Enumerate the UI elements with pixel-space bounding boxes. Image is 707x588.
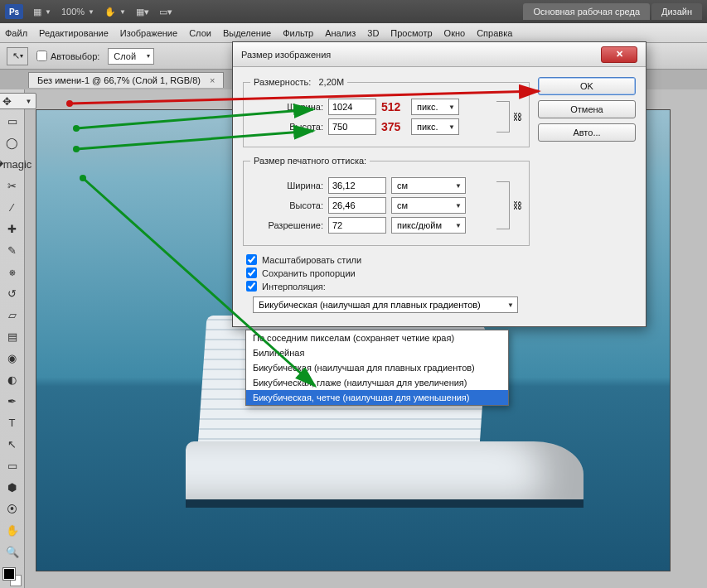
tool-zoom[interactable]: 🔍	[2, 542, 22, 561]
chain-icon: ⛓	[513, 112, 522, 122]
pixel-width-annotation: 512	[381, 100, 406, 113]
interp-option-bicubic[interactable]: Бикубическая (наилучшая для плавных град…	[246, 360, 508, 375]
foreground-color-swatch[interactable]	[3, 568, 15, 580]
auto-select-target-value: Слой	[114, 51, 136, 61]
zoom-value: 100%	[61, 7, 85, 17]
tool-history-brush[interactable]: ↺	[2, 283, 22, 303]
top-app-bar: Ps ▦ ▼ 100% ▼ ✋ ▼ ▦▾ ▭▾ Основная рабочая…	[0, 0, 707, 23]
pixel-width-label: Ширина:	[250, 102, 323, 112]
menu-view[interactable]: Просмотр	[390, 28, 432, 38]
color-swatches[interactable]	[3, 568, 22, 586]
pixel-width-unit: пикс.	[417, 102, 438, 112]
tool-path-select[interactable]: ↖	[2, 434, 22, 454]
pixel-width-unit-select[interactable]: пикс.	[411, 99, 459, 115]
constrain-cb[interactable]	[246, 267, 257, 278]
pixel-height-input[interactable]	[328, 118, 376, 135]
tool-healing[interactable]: ✚	[2, 219, 22, 239]
toolbox: ✥ ▭ ◯ �magic ✂ ⁄ ✚ ✎ ⎈ ↺ ▱ ▤ ◉ ◐ ✒ T ↖ ▭…	[0, 89, 25, 588]
tool-blur[interactable]: ◉	[2, 348, 22, 368]
menu-help[interactable]: Справка	[477, 28, 512, 38]
close-document-icon[interactable]: ×	[210, 75, 215, 85]
tool-dodge[interactable]: ◐	[2, 369, 22, 389]
auto-select-checkbox[interactable]: Автовыбор:	[36, 51, 99, 61]
auto-select-label: Автовыбор:	[51, 51, 99, 61]
menu-bar: Файл Редактирование Изображение Слои Выд…	[0, 23, 707, 43]
tool-3d-camera[interactable]: ⦿	[2, 499, 22, 518]
zoom-display[interactable]: 100% ▼	[61, 7, 94, 17]
print-width-input[interactable]	[328, 177, 386, 194]
interp-option-bicubic-sharper[interactable]: Бикубическая, четче (наилучшая для умень…	[246, 390, 508, 405]
menu-window[interactable]: Окно	[444, 28, 466, 38]
current-tool-icon[interactable]: ↖▾	[7, 47, 28, 65]
scale-styles-checkbox[interactable]: Масштабировать стили	[246, 254, 530, 265]
tool-rectangle[interactable]: ▭	[2, 455, 22, 475]
auto-select-cb-input[interactable]	[36, 51, 47, 61]
constrain-label: Сохранить пропорции	[262, 268, 356, 278]
tool-quick-select[interactable]: �magic	[2, 154, 22, 174]
tool-brush[interactable]: ✎	[2, 240, 22, 260]
resolution-label: Разрешение:	[250, 220, 323, 230]
print-width-unit: см	[397, 181, 408, 190]
tool-lasso[interactable]: ◯	[2, 133, 22, 152]
tool-crop[interactable]: ✂	[2, 176, 22, 195]
pixel-width-input[interactable]	[328, 99, 376, 115]
cancel-button[interactable]: Отмена	[538, 100, 636, 118]
menu-select[interactable]: Выделение	[223, 28, 271, 38]
tool-hand[interactable]: ✋	[2, 520, 22, 540]
hand-tool-shortcut[interactable]: ✋ ▼	[104, 7, 126, 17]
dimensionality-value: 2,20M	[319, 77, 345, 87]
print-height-unit-select[interactable]: см	[391, 197, 466, 214]
menu-3d[interactable]: 3D	[367, 28, 379, 38]
bridge-menu[interactable]: ▦ ▼	[33, 7, 51, 17]
interp-option-bilinear[interactable]: Билинейная	[246, 345, 508, 360]
tool-marquee[interactable]: ▭	[2, 111, 22, 131]
pixel-height-unit-select[interactable]: пикс.	[411, 118, 459, 135]
document-tab[interactable]: Без имени-1 @ 66,7% (Слой 1, RGB/8) ×	[28, 72, 224, 88]
tool-eraser[interactable]: ▱	[2, 305, 22, 325]
tool-move[interactable]: ✥	[0, 93, 36, 109]
auto-button[interactable]: Авто...	[538, 123, 636, 142]
interp-cb[interactable]	[246, 281, 257, 292]
interp-option-nearest[interactable]: По соседним пикселам (сохраняет четкие к…	[246, 330, 508, 345]
auto-select-target[interactable]: Слой	[108, 48, 154, 65]
interpolation-checkbox[interactable]: Интерполяция:	[246, 281, 530, 292]
workspace-tab-design[interactable]: Дизайн	[651, 3, 702, 20]
tool-stamp[interactable]: ⎈	[2, 262, 22, 282]
interpolation-select[interactable]: Бикубическая (наилучшая для плавных град…	[253, 296, 518, 313]
dialog-title-text: Размер изображения	[241, 50, 331, 60]
print-chain-icon: ⛓	[513, 200, 522, 210]
menu-filter[interactable]: Фильтр	[283, 28, 313, 38]
print-size-legend: Размер печатного оттиска:	[250, 156, 370, 166]
resolution-unit: пикс/дюйм	[397, 220, 442, 230]
print-width-unit-select[interactable]: см	[391, 177, 466, 194]
constrain-link-icon	[496, 101, 510, 133]
tool-eyedropper[interactable]: ⁄	[2, 197, 22, 217]
pixel-dimensions-group: Размерность: 2,20M Ширина: 512 пикс. Выс…	[243, 77, 530, 147]
workspace-tab-essentials[interactable]: Основная рабочая среда	[523, 3, 650, 20]
tool-type[interactable]: T	[2, 412, 22, 432]
print-height-unit: см	[397, 200, 408, 210]
dialog-titlebar[interactable]: Размер изображения ✕	[233, 42, 646, 67]
print-constrain-link-icon	[496, 181, 510, 229]
tool-gradient[interactable]: ▤	[2, 326, 22, 346]
print-size-group: Размер печатного оттиска: Ширина: см Выс…	[243, 156, 530, 246]
menu-analysis[interactable]: Анализ	[325, 28, 356, 38]
resolution-unit-select[interactable]: пикс/дюйм	[391, 217, 466, 234]
ok-button[interactable]: OK	[538, 77, 636, 95]
scale-styles-cb[interactable]	[246, 254, 257, 265]
print-height-label: Высота:	[250, 200, 323, 210]
menu-file[interactable]: Файл	[5, 28, 27, 38]
constrain-proportions-checkbox[interactable]: Сохранить пропорции	[246, 267, 530, 278]
resolution-input[interactable]	[328, 217, 386, 234]
print-width-label: Ширина:	[250, 181, 323, 190]
menu-image[interactable]: Изображение	[120, 28, 177, 38]
screen-mode[interactable]: ▭▾	[159, 7, 172, 17]
print-height-input[interactable]	[328, 197, 386, 214]
tool-pen[interactable]: ✒	[2, 391, 22, 411]
tool-3d[interactable]: ⬢	[2, 477, 22, 497]
view-extras[interactable]: ▦▾	[136, 7, 149, 17]
close-button[interactable]: ✕	[601, 46, 637, 63]
menu-layer[interactable]: Слои	[189, 28, 211, 38]
interp-option-bicubic-smoother[interactable]: Бикубическая, глаже (наилучшая для увели…	[246, 375, 508, 390]
menu-edit[interactable]: Редактирование	[39, 28, 109, 38]
